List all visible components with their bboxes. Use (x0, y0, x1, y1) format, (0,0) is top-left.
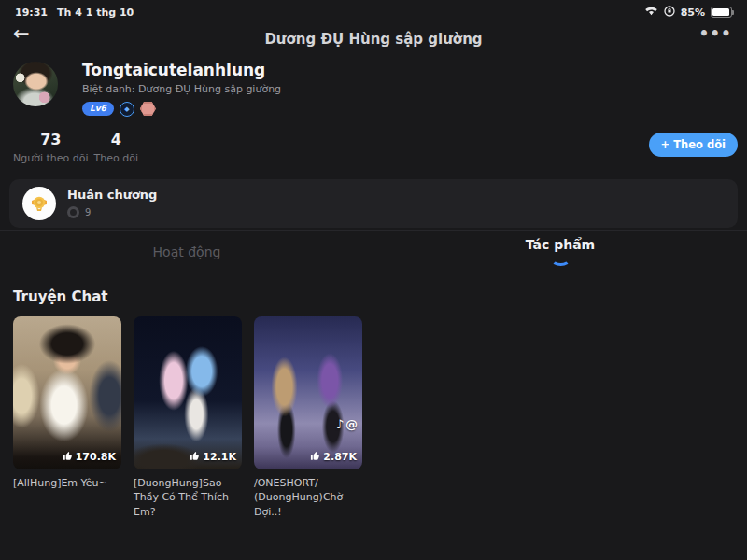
medals-title: Huân chương (67, 188, 157, 202)
work-card[interactable]: 12.1K [DuongHung]Sao Thầy Có Thể Thích E… (134, 316, 242, 521)
status-bar: 19:31 Th 4 1 thg 10 85% (0, 0, 747, 22)
followers-stat[interactable]: 73 Người theo dõi (13, 131, 89, 164)
like-count: 170.8K (76, 451, 116, 463)
works-grid: 170.8K [AllHung]Em Yêu~ 12.1K [DuongHung… (0, 316, 747, 521)
gem-badge-icon[interactable]: ◆ (120, 102, 134, 117)
work-card[interactable]: ♪@ 2.87K /ONESHORT/ (DuongHung)Chờ Đợi..… (254, 316, 362, 521)
work-title: [DuongHung]Sao Thầy Có Thể Thích Em? (134, 476, 242, 521)
work-thumbnail: ♪@ 2.87K (254, 316, 362, 469)
avatar[interactable] (13, 62, 58, 106)
section-title: Truyện Chat (13, 288, 734, 305)
follow-button[interactable]: + Theo dõi (649, 133, 738, 157)
work-title: [AllHung]Em Yêu~ (13, 476, 121, 491)
hexagon-badge-icon[interactable] (140, 102, 156, 116)
active-tab-indicator (551, 253, 571, 266)
nav-bar: ← Dương ĐỤ Hùng sập giường ••• (0, 22, 747, 56)
following-stat[interactable]: 4 Theo dõi (94, 131, 138, 164)
medal-count-icon (67, 206, 79, 218)
orientation-lock-icon (664, 6, 675, 20)
level-badge[interactable]: Lv6 (82, 102, 114, 116)
like-icon (310, 451, 320, 464)
like-icon (190, 451, 200, 464)
page-title: Dương ĐỤ Hùng sập giường (264, 31, 482, 48)
work-thumbnail: 170.8K (13, 316, 121, 469)
work-title: /ONESHORT/ (DuongHung)Chờ Đợi..! (254, 476, 362, 521)
clock: 19:31 (15, 7, 48, 19)
date: Th 4 1 thg 10 (57, 7, 134, 19)
like-count: 12.1K (203, 451, 236, 463)
back-arrow-icon[interactable]: ← (13, 24, 30, 44)
followers-count: 73 (13, 131, 89, 148)
stats-row: 73 Người theo dõi 4 Theo dõi + Theo dõi (0, 117, 747, 164)
wifi-icon (644, 6, 658, 19)
following-label: Theo dõi (94, 152, 138, 164)
badge-row: Lv6 ◆ (82, 102, 281, 117)
followers-label: Người theo dõi (13, 152, 89, 164)
work-card[interactable]: 170.8K [AllHung]Em Yêu~ (13, 316, 121, 521)
profile-header: Tongtaicutelanhlung Biệt danh: Dương ĐỤ … (0, 56, 747, 117)
tiktok-watermark-icon: ♪@ (336, 417, 358, 431)
tab-activity[interactable]: Hoạt động (0, 245, 374, 259)
medals-card[interactable]: Huân chương 9 (9, 179, 738, 228)
like-count: 2.87K (323, 451, 357, 463)
like-icon (63, 451, 73, 464)
battery-percent: 85% (681, 7, 705, 19)
profile-name: Tongtaicutelanhlung (82, 62, 281, 80)
tab-works[interactable]: Tác phẩm (374, 237, 747, 266)
more-options-icon[interactable]: ••• (698, 26, 732, 42)
medal-count: 9 (85, 207, 91, 217)
tab-bar: Hoạt động Tác phẩm (0, 231, 747, 273)
profile-alias: Biệt danh: Dương ĐỤ Hùng sập giường (82, 83, 281, 95)
following-count: 4 (94, 131, 138, 148)
work-thumbnail: 12.1K (134, 316, 242, 469)
medal-icon (22, 187, 56, 220)
battery-icon (711, 7, 732, 18)
